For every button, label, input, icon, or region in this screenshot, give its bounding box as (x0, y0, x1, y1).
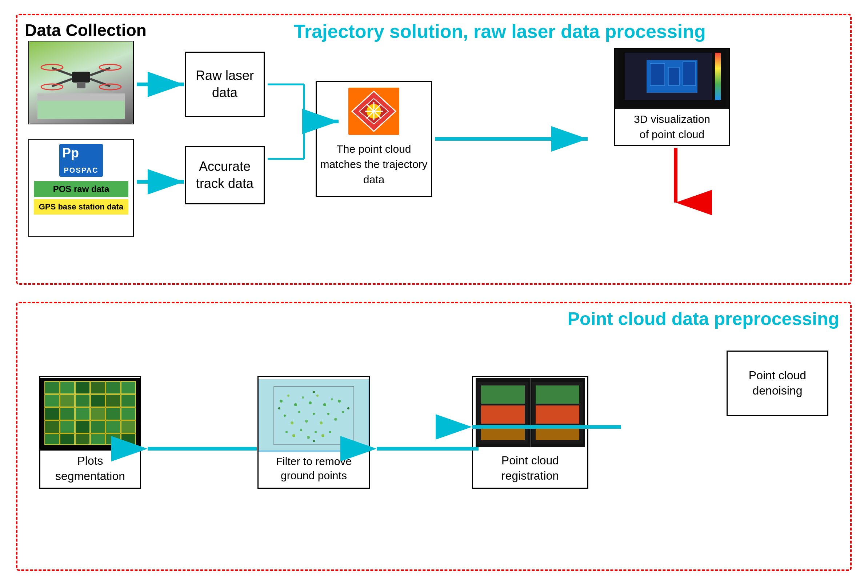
top-section: Data Collection Trajectory solution, raw… (16, 14, 852, 285)
pospac-name: POSPAC (64, 166, 99, 174)
filter-icon (259, 379, 368, 450)
plots-icon (41, 378, 139, 449)
svg-point-53 (280, 400, 282, 403)
svg-rect-97 (75, 408, 90, 420)
svg-point-58 (316, 394, 319, 397)
bottom-section: Point cloud data preprocessing Point clo… (16, 302, 852, 571)
svg-rect-91 (75, 394, 90, 407)
svg-point-79 (347, 407, 350, 409)
svg-rect-104 (90, 421, 105, 433)
svg-rect-93 (106, 394, 120, 407)
svg-rect-103 (75, 421, 90, 433)
arrow-pospac-track (137, 171, 202, 193)
svg-point-8 (99, 64, 121, 70)
match-icon: ✦ (348, 88, 399, 135)
svg-point-54 (287, 394, 289, 397)
arrow-vis-down (665, 148, 686, 206)
3d-vis-icon (617, 49, 726, 107)
svg-point-63 (291, 421, 294, 424)
svg-rect-94 (121, 394, 136, 407)
svg-point-77 (329, 431, 331, 433)
svg-rect-1 (37, 93, 125, 101)
svg-rect-105 (106, 421, 120, 433)
svg-rect-86 (90, 381, 105, 394)
svg-point-81 (313, 440, 315, 442)
arrow-filter-plots (144, 438, 268, 459)
pospac-box: Pp POSPAC POS raw data GPS base station … (28, 139, 134, 237)
plots-box: Plots segmentation (39, 376, 141, 489)
preprocessing-title: Point cloud data preprocessing (568, 308, 839, 329)
svg-rect-98 (90, 408, 105, 420)
svg-point-67 (320, 421, 323, 424)
trajectory-title: Trajectory solution, raw laser data proc… (294, 21, 706, 42)
svg-rect-2 (72, 72, 90, 83)
svg-line-6 (90, 79, 110, 86)
registration-label: Point cloud registration (499, 451, 562, 486)
svg-rect-83 (45, 381, 59, 394)
svg-rect-110 (90, 434, 105, 445)
svg-rect-24 (650, 64, 665, 86)
svg-rect-27 (715, 53, 721, 100)
svg-rect-108 (60, 434, 75, 445)
gps-base-label: GPS base station data (34, 199, 128, 214)
pos-raw-label: POS raw data (34, 181, 128, 197)
svg-rect-107 (45, 434, 59, 445)
svg-point-62 (283, 415, 286, 417)
svg-point-71 (285, 431, 288, 433)
svg-rect-47 (536, 386, 579, 403)
svg-point-80 (313, 391, 315, 393)
svg-point-60 (331, 398, 333, 400)
svg-rect-96 (60, 408, 75, 420)
pp-label: Pp (62, 145, 79, 161)
svg-rect-84 (60, 381, 75, 394)
svg-point-7 (41, 64, 63, 70)
svg-rect-11 (77, 82, 86, 89)
raw-laser-label: Raw laser data (193, 64, 257, 104)
svg-point-56 (302, 396, 304, 399)
svg-point-10 (99, 84, 121, 90)
svg-point-73 (300, 429, 302, 431)
svg-point-78 (278, 407, 280, 409)
arrow-denoise-reg (468, 416, 628, 438)
filter-label: Filter to remove ground points (273, 452, 354, 485)
svg-rect-90 (60, 394, 75, 407)
svg-rect-101 (45, 421, 59, 433)
vis-3d-label: 3D visualization of point cloud (631, 109, 713, 145)
svg-rect-112 (121, 434, 136, 445)
svg-point-70 (342, 411, 344, 413)
plots-label: Plots segmentation (52, 451, 128, 486)
svg-rect-102 (60, 421, 75, 433)
svg-line-5 (52, 79, 72, 86)
svg-point-64 (298, 411, 300, 413)
svg-rect-44 (481, 386, 525, 403)
svg-rect-95 (45, 408, 59, 420)
svg-rect-88 (121, 381, 136, 394)
svg-rect-25 (668, 67, 679, 86)
svg-rect-109 (75, 434, 90, 445)
svg-point-74 (307, 436, 310, 439)
svg-rect-106 (121, 421, 136, 433)
denoising-box: Point cloud denoising (726, 350, 828, 416)
drone-image-box (28, 41, 134, 124)
svg-point-76 (322, 434, 324, 437)
accurate-track-label: Accurate track data (193, 155, 256, 195)
svg-rect-85 (75, 381, 90, 394)
arrow-match-vis (435, 128, 602, 150)
vis-3d-box: 3D visualization of point cloud (614, 48, 730, 146)
svg-rect-100 (121, 408, 136, 420)
drone-icon (37, 46, 125, 119)
svg-rect-89 (45, 394, 59, 407)
svg-rect-26 (683, 62, 696, 86)
svg-point-68 (327, 413, 329, 415)
arrow-drone-raw (137, 74, 202, 95)
svg-rect-87 (106, 381, 120, 394)
svg-line-3 (52, 68, 72, 75)
svg-point-75 (314, 431, 317, 433)
svg-point-9 (41, 84, 63, 90)
svg-point-69 (334, 418, 337, 421)
svg-rect-111 (106, 434, 120, 445)
svg-point-61 (338, 400, 341, 403)
arrow-reg-filter (373, 438, 486, 459)
svg-point-65 (305, 420, 308, 423)
svg-point-66 (313, 413, 315, 415)
